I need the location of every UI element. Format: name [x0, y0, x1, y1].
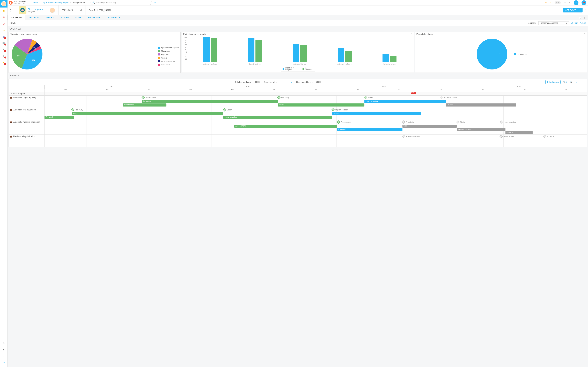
requests-icon[interactable]: ▭	[2, 28, 6, 32]
content-scroll[interactable]: OVERVIEW Allocations by resource types ⋮…	[8, 26, 588, 367]
gantt-group-label[interactable]: 🗂 Tech program	[9, 92, 44, 96]
workflow-icon[interactable]: ✶	[2, 48, 6, 51]
tools-icon[interactable]: ✖	[2, 348, 6, 352]
diamond-icon	[337, 120, 340, 124]
card-menu-icon[interactable]: ⋮	[177, 33, 179, 35]
sliders-icon[interactable]: ≡	[2, 354, 6, 358]
compare-select[interactable]: -⌄	[281, 81, 292, 83]
milestone[interactable]: Assessment	[142, 96, 156, 99]
milestone[interactable]: Implemen…	[543, 135, 557, 138]
task-bar[interactable]: Implementation	[223, 116, 332, 119]
dashboard-icon[interactable]: ▦	[2, 9, 6, 13]
task-bar[interactable]: Assessment	[234, 125, 337, 128]
task-bar[interactable]: Assessment	[123, 103, 166, 107]
fullscreen-icon[interactable]: ⛶	[584, 17, 586, 19]
pin-button[interactable]: 📌	[581, 0, 586, 5]
tab-documents[interactable]: DOCUMENTS	[104, 15, 123, 20]
edit-history-icon[interactable]: ✎ ✕	[555, 1, 561, 4]
portfolio-icon[interactable]: ▤	[2, 15, 6, 19]
task-bar[interactable]: Launch	[506, 131, 532, 134]
more-menu-icon[interactable]: ⋮	[584, 9, 586, 11]
fit-all-button[interactable]: Fit all items	[545, 80, 561, 84]
star-icon[interactable]: ☆	[550, 1, 551, 4]
breadcrumb-home[interactable]: Home	[33, 1, 38, 4]
task-bar[interactable]: Pre-study	[45, 116, 74, 119]
settings-icon[interactable]: ⚙	[2, 342, 6, 345]
milestone[interactable]: Study	[457, 121, 465, 123]
task-bar[interactable]: Implementation	[364, 100, 446, 103]
gantt-row-label[interactable]: 💼 Automatic medium frequence	[9, 120, 44, 134]
ctx-program: Tech program Program	[15, 6, 46, 15]
gantt-timeline[interactable]: TodayAssessmentPre-studyStudyImplementat…	[45, 92, 587, 147]
print-button[interactable]: 🖨Print	[571, 22, 578, 24]
task-bar[interactable]: Study	[278, 103, 364, 107]
mail-icon[interactable]: ✉	[545, 1, 547, 4]
tab-reporting[interactable]: REPORTING	[84, 15, 103, 20]
tab-logs[interactable]: LOGS	[72, 15, 84, 20]
milestone[interactable]: Assessment	[337, 121, 351, 123]
gantt-row-label[interactable]: 💼 Automatic low frequence	[9, 108, 44, 120]
card-menu-icon[interactable]: ⋮	[410, 33, 412, 35]
task-bar[interactable]: Study	[72, 112, 223, 115]
today-line	[411, 92, 411, 147]
edit-button[interactable]: ✎Edit	[580, 22, 586, 24]
search-box[interactable]: 🔍	[90, 1, 152, 5]
milestone[interactable]: Pre-study	[403, 121, 414, 123]
add-button[interactable]: ＋	[574, 0, 579, 5]
next-icon[interactable]: ›	[580, 81, 580, 83]
task-bar[interactable]: Pre-study	[142, 100, 278, 103]
milestone[interactable]: Study review	[500, 135, 514, 138]
milestone[interactable]: Implementation	[332, 108, 348, 111]
svg-point-1	[21, 9, 24, 11]
tab-projects[interactable]: PROJECTS	[25, 15, 43, 20]
gantt-row-label[interactable]: 💼 Automatic high frequency	[9, 96, 44, 108]
overlap-toggle[interactable]	[316, 81, 321, 83]
month-cell: Jan	[545, 89, 587, 92]
zoom-in-icon[interactable]: 🔍+	[563, 81, 567, 83]
building-icon[interactable]: 🏢	[2, 41, 6, 45]
search-input[interactable]	[96, 1, 150, 4]
sun-icon[interactable]: ☀	[2, 61, 6, 65]
milestone[interactable]: Implementation	[440, 96, 457, 99]
ctx-owner[interactable]	[46, 6, 58, 15]
task-bar[interactable]: Launch	[446, 103, 516, 107]
tab-program[interactable]: PROGRAM	[8, 15, 25, 20]
timesheet-icon[interactable]: ◔	[2, 22, 6, 25]
brand-logo[interactable]: ◗ PLANISWARE ORCHESTRA	[9, 1, 27, 5]
tab-board[interactable]: BOARD	[58, 15, 72, 20]
gear-small-icon[interactable]: ⚙	[2, 54, 6, 58]
card-status: Projects by status ⋮ 5 In progress	[415, 32, 587, 73]
milestone[interactable]: Pre-study	[278, 96, 289, 99]
flag-icon[interactable]: ⚑	[569, 1, 571, 4]
zoom-out-icon[interactable]: 🔍−	[570, 81, 573, 83]
year-cell: 2025	[451, 85, 587, 89]
milestone[interactable]: Study	[223, 108, 232, 111]
approve-button[interactable]: APPROVE▾	[563, 8, 582, 12]
breadcrumb-program[interactable]: Digital transformation program	[41, 1, 69, 4]
user-avatar[interactable]	[0, 0, 8, 8]
task-bar[interactable]: Implementation	[457, 128, 506, 131]
org-icon[interactable]: ▥	[2, 35, 6, 39]
gantt-row-label[interactable]: 💼 Mechanical optimization	[9, 134, 44, 147]
task-bar[interactable]: Launch	[332, 112, 421, 115]
tab-review[interactable]: REVIEW	[43, 15, 58, 20]
card-menu-icon[interactable]: ⋮	[583, 33, 585, 35]
help-icon[interactable]: ?⃝	[564, 1, 566, 4]
detailed-toggle[interactable]	[255, 81, 260, 83]
ctx-baseline[interactable]: Core Tech 2022_240116	[85, 6, 115, 15]
filter-icon[interactable]: ☰	[154, 1, 156, 4]
milestone[interactable]: Pre-study review	[403, 135, 420, 138]
prev-icon[interactable]: ‹	[576, 81, 577, 83]
comments-icon[interactable]: 💬	[579, 17, 581, 19]
milestone[interactable]: Implementation	[500, 121, 516, 123]
program-title[interactable]: Tech program	[28, 8, 43, 11]
ctx-version[interactable]: v1	[76, 6, 86, 15]
milestone[interactable]: Study	[364, 96, 373, 99]
roadmap-more-icon[interactable]: ⋮	[583, 81, 585, 83]
logout-icon[interactable]: ⇥	[2, 361, 6, 365]
milestone[interactable]: Pre-study	[72, 108, 83, 111]
template-select[interactable]: Program dashboard⌄	[538, 21, 569, 25]
ctx-expand[interactable]: ❯	[8, 6, 15, 15]
task-bar[interactable]: Pre-study	[337, 128, 403, 131]
ctx-period[interactable]: 2021 - 2026	[58, 6, 76, 15]
